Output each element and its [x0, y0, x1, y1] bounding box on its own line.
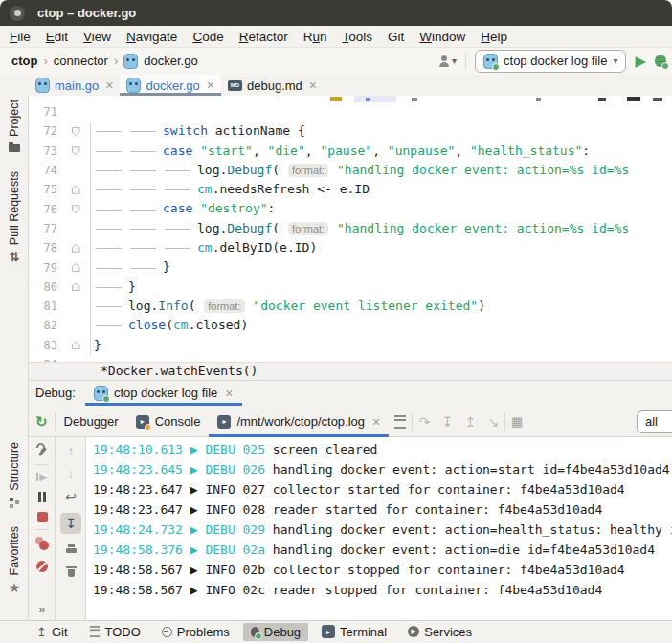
editor-tab-label: docker.go — [146, 78, 199, 93]
close-icon[interactable]: × — [105, 80, 113, 90]
log-row-prefix: 19:48:10.613 ▶ DEBU 025 — [93, 442, 273, 456]
fold-marker-icon[interactable] — [72, 146, 80, 155]
code-line: 77log.Debugf( format: "handling docker e… — [29, 219, 672, 238]
plain-token: ) — [478, 297, 485, 316]
run-button[interactable]: ▶ — [635, 54, 646, 68]
statusbar-item-services[interactable]: ▶Services — [400, 623, 480, 641]
menu-item-edit[interactable]: Edit — [38, 30, 76, 44]
fold-marker-icon[interactable] — [72, 282, 80, 291]
statusbar-item-todo[interactable]: TODO — [81, 623, 148, 641]
scroll-to-top-icon[interactable]: ↥ — [459, 414, 482, 430]
statusbar-item-terminal[interactable]: ▸Terminal — [314, 623, 394, 641]
editor-tab-debug-md[interactable]: MDdebug.md× — [221, 75, 324, 96]
menu-item-view[interactable]: View — [76, 30, 119, 44]
menu-item-refactor[interactable]: Refactor — [232, 30, 296, 44]
plain-token: } — [94, 336, 101, 355]
tool-window-button-label: Favorites — [8, 526, 21, 575]
more-actions-icon[interactable]: » — [38, 602, 45, 616]
log-row: 19:48:23.645 ▶ DEBU 026 handling docker … — [93, 459, 672, 479]
stop-icon[interactable] — [37, 512, 48, 522]
run-configuration-select[interactable]: ctop docker log file ▾ — [475, 50, 626, 73]
debug-tab-label: Console — [155, 414, 201, 429]
log-console[interactable]: 19:48:10.613 ▶ DEBU 025 screen cleared19… — [86, 437, 672, 620]
menu-bar: FileEditViewNavigateCodeRefactorRunTools… — [0, 26, 672, 47]
menu-item-file[interactable]: File — [2, 30, 38, 44]
fold-marker-icon[interactable] — [72, 186, 80, 194]
clear-console-icon[interactable] — [66, 565, 77, 578]
print-icon[interactable] — [65, 543, 78, 556]
tool-window-button-favorites[interactable]: Favorites★ — [8, 526, 21, 595]
log-filter-select[interactable]: all — [637, 410, 672, 433]
plain-token: ( — [166, 316, 173, 335]
plain-token: ( — [272, 219, 287, 238]
plain-token: , — [455, 142, 470, 161]
close-icon[interactable]: × — [372, 417, 380, 427]
menu-item-tools[interactable]: Tools — [334, 30, 380, 44]
fold-marker-icon[interactable] — [72, 127, 80, 136]
window-close-button[interactable] — [10, 6, 25, 21]
settings-wrench-icon[interactable] — [35, 444, 49, 457]
plain-token: } — [128, 277, 136, 297]
fold-marker-icon[interactable] — [72, 341, 80, 349]
code-with-me-icon[interactable]: ▾ — [437, 55, 457, 68]
statusbar-item-git[interactable]: ↥Git — [29, 623, 76, 641]
mute-breakpoints-icon[interactable] — [36, 561, 48, 572]
tool-window-button-structure[interactable]: Structure — [8, 442, 21, 507]
close-icon[interactable]: × — [225, 388, 233, 398]
rerun-tail-icon[interactable]: ↷ — [413, 414, 436, 430]
debug-session-tab[interactable]: ctop docker log file × — [85, 380, 242, 406]
debug-tab--mnt-work-ctop-ctop-log[interactable]: ▸/mnt/work/ctop/ctop.log× — [209, 406, 389, 437]
tool-window-button-pull-requests[interactable]: Pull Requests⇅ — [8, 171, 21, 264]
menu-item-window[interactable]: Window — [412, 30, 473, 44]
editor-tab-docker-go[interactable]: docker.go× — [120, 75, 221, 96]
code-editor[interactable]: 7172switch actionName {73case "start", "… — [29, 96, 672, 362]
editor-tab-main-go[interactable]: main.go× — [29, 75, 120, 96]
plain-token: log. — [197, 161, 227, 180]
debug-button[interactable] — [655, 55, 666, 67]
debug-tab-console[interactable]: ▸Console — [127, 406, 210, 437]
go-file-icon — [123, 54, 138, 69]
fold-marker-icon[interactable] — [72, 244, 80, 253]
go-debug-session-icon — [94, 386, 108, 401]
resume-icon[interactable]: ▶ — [36, 472, 47, 482]
go-file-icon — [126, 78, 141, 93]
menu-item-code[interactable]: Code — [185, 30, 231, 44]
pause-icon[interactable] — [38, 492, 46, 502]
line-number: 72 — [29, 124, 57, 138]
log-row-prefix: 19:48:23.645 ▶ DEBU 026 — [93, 462, 273, 477]
breadcrumb-item-connector[interactable]: connector — [54, 54, 108, 68]
function-token: Info — [158, 297, 188, 316]
view-breakpoints-icon[interactable] — [35, 537, 50, 551]
up-stack-trace-icon[interactable]: ↑ — [68, 444, 75, 457]
table-view-icon[interactable]: ▦ — [505, 414, 528, 429]
fold-marker-icon[interactable] — [72, 263, 80, 272]
statusbar-item-problems[interactable]: Problems — [154, 623, 237, 641]
debug-tab-debugger[interactable]: Debugger — [56, 406, 127, 437]
navigate-with-caret-icon[interactable]: ↘ — [482, 414, 504, 430]
function-token: Debugf — [227, 161, 272, 180]
soft-wrap-icon[interactable]: ↩ — [65, 490, 77, 503]
close-icon[interactable]: × — [207, 80, 214, 90]
menu-item-run[interactable]: Run — [296, 30, 335, 44]
menu-item-navigate[interactable]: Navigate — [119, 30, 185, 44]
scroll-to-bottom-icon[interactable]: ↧ — [436, 414, 459, 430]
tool-window-button-project[interactable]: Project — [8, 100, 21, 152]
fold-marker-icon[interactable] — [72, 205, 80, 213]
debug-toolbar: ↻ Debugger▸Console▸/mnt/work/ctop/ctop.l… — [29, 406, 672, 437]
gutter-fold-column — [57, 146, 94, 155]
breadcrumb-item-ctop[interactable]: ctop — [11, 54, 37, 68]
line-number: 73 — [29, 144, 57, 158]
terminal-icon: ▸ — [322, 625, 335, 638]
options-menu-icon[interactable] — [394, 415, 406, 429]
close-icon[interactable]: × — [309, 80, 317, 90]
line-number: 80 — [29, 280, 57, 294]
code-line: 82close(cm.closed) — [29, 316, 672, 335]
rerun-icon[interactable]: ↻ — [35, 413, 48, 431]
breadcrumb-item-docker-go[interactable]: docker.go — [144, 54, 197, 68]
statusbar-item-label: Problems — [177, 625, 230, 639]
menu-item-help[interactable]: Help — [473, 30, 515, 44]
down-stack-trace-icon[interactable]: ↓ — [68, 467, 75, 480]
statusbar-item-debug[interactable]: Debug — [243, 623, 308, 641]
menu-item-git[interactable]: Git — [380, 30, 412, 44]
scroll-to-end-icon[interactable]: ↧ — [60, 513, 81, 534]
